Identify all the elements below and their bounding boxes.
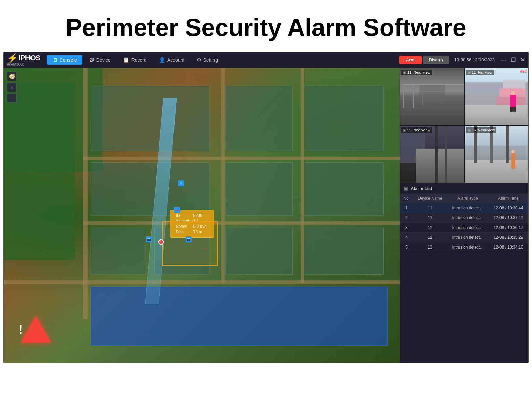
arm-button[interactable]: Arm: [399, 56, 422, 64]
cam3-icon: ▣: [403, 128, 406, 132]
alarm-time: 12-08 / 10:34:16: [489, 242, 528, 252]
map-area[interactable]: → 📷 🔺 📷 ▽: [4, 68, 400, 363]
col-time: Alarm Time: [489, 194, 528, 203]
building-1: [91, 86, 209, 151]
alarm-no: 1: [400, 203, 413, 213]
nav-account[interactable]: 👤 Account: [154, 55, 190, 65]
cam2-icon: ▣: [468, 71, 471, 74]
alarm-device: 11: [413, 203, 447, 213]
cam3-content: [400, 126, 464, 183]
right-panel: ▣ 11_Near-view: [400, 68, 528, 363]
console-icon: 🖥: [52, 57, 57, 63]
building-4: [91, 162, 209, 216]
datetime-display: 10:38:56 12/08/2023: [454, 57, 495, 62]
alarm-time: 12-08 / 10:35:29: [489, 233, 528, 242]
cam4-label: ▣ 16_Near-view: [466, 127, 497, 133]
camera-feeds-grid: ▣ 11_Near-view: [400, 68, 528, 183]
maximize-button[interactable]: ❐: [511, 57, 516, 63]
account-icon: 👤: [159, 57, 165, 63]
nav-device[interactable]: 🖳 Device: [84, 55, 116, 65]
camera-feed-1[interactable]: ▣ 11_Near-view: [400, 68, 464, 125]
building-2: [225, 86, 293, 151]
alarm-no: 2: [400, 213, 413, 223]
alarm-row-4[interactable]: 4 12 Intrusion detect... 12-08 / 10:35:2…: [400, 233, 528, 242]
alarm-row-1[interactable]: 1 11 Intrusion detect... 12-08 / 10:38:4…: [400, 203, 528, 213]
sensor-4: ▽: [178, 180, 185, 187]
nav-record[interactable]: 📋 Record: [118, 55, 152, 65]
triangle-shape: [21, 316, 51, 343]
alarm-type: Intrusion detect...: [447, 203, 489, 213]
logo-brand: iPHOS: [19, 54, 40, 62]
alarm-device: 12: [413, 223, 447, 233]
nav-setting[interactable]: ⚙ Setting: [191, 55, 223, 65]
road-horizontal-top: [83, 157, 400, 160]
building-6: [305, 162, 384, 216]
title-bar: ⚡ iPHOS iRVM3000 🖥 Console 🖳 Device 📋 Re…: [4, 52, 528, 68]
alarm-row-2[interactable]: 2 11 Intrusion detect... 12-08 / 10:37:4…: [400, 213, 528, 223]
alarm-device: 13: [413, 242, 447, 252]
zoom-out-button[interactable]: −: [7, 93, 17, 103]
alarm-row-3[interactable]: 3 12 Intrusion detect... 12-08 / 10:36:1…: [400, 223, 528, 233]
minimize-button[interactable]: —: [501, 57, 506, 63]
cam1-content: [400, 68, 464, 125]
building-9: [225, 228, 293, 275]
alarm-type: Intrusion detect...: [447, 233, 489, 242]
close-button[interactable]: ✕: [520, 57, 525, 63]
alarm-time: 12-08 / 10:38:44: [489, 203, 528, 213]
camera-feed-2[interactable]: ▣ 11_Far-view REC: [465, 68, 529, 125]
alarm-title: Alarm List: [411, 186, 432, 191]
cam4-icon: ▣: [468, 128, 471, 132]
cam1-label: ▣ 11_Near-view: [401, 70, 432, 75]
forest-top: [4, 68, 103, 172]
building-7: [91, 228, 146, 275]
cam2-rec-badge: REC: [520, 70, 527, 73]
road-vertical-right: [301, 68, 304, 283]
alarm-list-icon: ▣: [404, 186, 408, 191]
building-5: [225, 162, 293, 216]
alarm-no: 5: [400, 242, 413, 252]
nav-device-label: Device: [96, 57, 111, 63]
page-title: Perimeter Security Alarm Software: [0, 0, 532, 52]
setting-icon: ⚙: [197, 57, 201, 63]
target-box: [162, 221, 218, 266]
exclamation-icon: !: [17, 322, 24, 337]
disarm-button[interactable]: Disarm: [423, 56, 449, 64]
record-icon: 📋: [123, 57, 129, 63]
sensor-3: 📷: [186, 236, 192, 243]
cam4-content: [465, 126, 529, 183]
nav-record-label: Record: [131, 57, 147, 63]
alarm-type: Intrusion detect...: [447, 223, 489, 233]
camera-feed-4[interactable]: ▣ 16_Near-view: [465, 126, 529, 183]
col-type: Alarm Type: [447, 194, 489, 203]
nav-setting-label: Setting: [203, 57, 218, 63]
camera-feed-3[interactable]: ▣ 99_Near-view: [400, 126, 464, 183]
logo-text: ⚡ iPHOS: [7, 54, 40, 62]
sensor-2: 🔺: [174, 207, 181, 214]
zoom-in-button[interactable]: +: [7, 82, 17, 92]
arm-disarm-buttons: Arm Disarm: [399, 56, 449, 64]
nav-console[interactable]: 🖥 Console: [47, 55, 82, 65]
nav-account-label: Account: [167, 57, 185, 63]
logo-sub: iRVM3000: [7, 62, 24, 66]
nav-menu: 🖥 Console 🖳 Device 📋 Record 👤 Account ⚙ …: [47, 55, 393, 65]
road-horizontal-main: [4, 280, 400, 284]
cam2-label: ▣ 11_Far-view: [466, 70, 494, 75]
compass-button[interactable]: 🧭: [7, 72, 17, 81]
alarm-header: ▣ Alarm List: [400, 183, 528, 194]
alarm-type: Intrusion detect...: [447, 242, 489, 252]
alarm-device: 12: [413, 233, 447, 242]
cam1-icon: ▣: [403, 71, 406, 74]
logo-area: ⚡ iPHOS iRVM3000: [7, 54, 40, 66]
solar-panels: [91, 287, 388, 346]
popup-id-value: 5205: [192, 213, 208, 218]
warning-triangle: !: [21, 316, 51, 343]
cam3-label: ▣ 99_Near-view: [401, 127, 432, 133]
alarm-row-5[interactable]: 5 13 Intrusion detect... 12-08 / 10:34:1…: [400, 242, 528, 252]
popup-id-label: ID: [175, 213, 192, 218]
person-figure: [510, 91, 516, 112]
cam4-label-text: 16_Near-view: [472, 128, 495, 132]
cam1-label-text: 11_Near-view: [407, 70, 430, 74]
building-3: [305, 86, 384, 151]
alarm-table-header: No. Device Name Alarm Type Alarm Time: [400, 194, 528, 203]
alarm-device: 11: [413, 213, 447, 223]
